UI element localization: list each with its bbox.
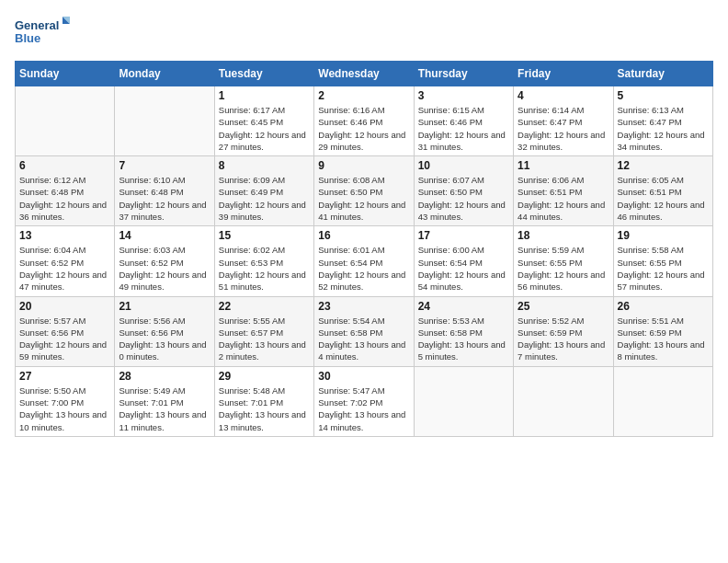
calendar-cell: 29Sunrise: 5:48 AM Sunset: 7:01 PM Dayli… — [214, 366, 313, 436]
calendar-cell: 14Sunrise: 6:03 AM Sunset: 6:52 PM Dayli… — [115, 226, 214, 296]
calendar-cell: 4Sunrise: 6:14 AM Sunset: 6:47 PM Daylig… — [514, 86, 613, 156]
day-info: Sunrise: 6:12 AM Sunset: 6:48 PM Dayligh… — [19, 174, 110, 223]
weekday-header-thursday: Thursday — [414, 62, 513, 86]
calendar-cell: 7Sunrise: 6:10 AM Sunset: 6:48 PM Daylig… — [115, 156, 214, 226]
day-number: 29 — [219, 370, 310, 383]
weekday-header-friday: Friday — [514, 62, 613, 86]
day-number: 3 — [418, 89, 509, 102]
weekday-header-wednesday: Wednesday — [314, 62, 414, 86]
calendar-cell — [115, 86, 214, 156]
day-info: Sunrise: 5:47 AM Sunset: 7:02 PM Dayligh… — [318, 385, 409, 433]
calendar-cell: 24Sunrise: 5:53 AM Sunset: 6:58 PM Dayli… — [414, 296, 513, 366]
day-number: 30 — [318, 370, 409, 383]
day-number: 28 — [119, 370, 210, 383]
day-number: 16 — [318, 229, 409, 242]
svg-text:General: General — [15, 18, 59, 32]
day-info: Sunrise: 5:50 AM Sunset: 7:00 PM Dayligh… — [19, 385, 110, 433]
day-info: Sunrise: 5:49 AM Sunset: 7:01 PM Dayligh… — [119, 385, 210, 433]
svg-text:Blue: Blue — [15, 31, 40, 45]
day-number: 4 — [518, 89, 609, 102]
logo: General Blue — [15, 15, 70, 52]
day-info: Sunrise: 6:07 AM Sunset: 6:50 PM Dayligh… — [418, 174, 509, 223]
calendar-cell: 10Sunrise: 6:07 AM Sunset: 6:50 PM Dayli… — [414, 156, 513, 226]
weekday-header-monday: Monday — [115, 62, 214, 86]
day-number: 12 — [618, 159, 709, 172]
calendar-cell: 17Sunrise: 6:00 AM Sunset: 6:54 PM Dayli… — [414, 226, 513, 296]
calendar-cell: 26Sunrise: 5:51 AM Sunset: 6:59 PM Dayli… — [613, 296, 712, 366]
day-info: Sunrise: 6:05 AM Sunset: 6:51 PM Dayligh… — [618, 174, 709, 223]
day-number: 23 — [318, 300, 409, 313]
day-info: Sunrise: 6:04 AM Sunset: 6:52 PM Dayligh… — [19, 244, 110, 293]
calendar-cell: 3Sunrise: 6:15 AM Sunset: 6:46 PM Daylig… — [414, 86, 513, 156]
weekday-header-saturday: Saturday — [613, 62, 712, 86]
day-info: Sunrise: 6:01 AM Sunset: 6:54 PM Dayligh… — [318, 244, 409, 293]
day-number: 11 — [518, 159, 609, 172]
calendar-cell: 22Sunrise: 5:55 AM Sunset: 6:57 PM Dayli… — [214, 296, 313, 366]
calendar-cell: 19Sunrise: 5:58 AM Sunset: 6:55 PM Dayli… — [613, 226, 712, 296]
day-number: 1 — [219, 89, 310, 102]
day-number: 2 — [318, 89, 409, 102]
day-info: Sunrise: 5:54 AM Sunset: 6:58 PM Dayligh… — [318, 315, 409, 363]
day-info: Sunrise: 6:09 AM Sunset: 6:49 PM Dayligh… — [219, 174, 310, 223]
day-info: Sunrise: 6:17 AM Sunset: 6:45 PM Dayligh… — [219, 104, 310, 153]
day-number: 14 — [119, 229, 210, 242]
calendar-cell: 1Sunrise: 6:17 AM Sunset: 6:45 PM Daylig… — [214, 86, 313, 156]
day-number: 20 — [19, 300, 110, 313]
day-number: 15 — [219, 229, 310, 242]
weekday-header-sunday: Sunday — [16, 62, 115, 86]
calendar-cell: 9Sunrise: 6:08 AM Sunset: 6:50 PM Daylig… — [314, 156, 414, 226]
calendar: SundayMondayTuesdayWednesdayThursdayFrid… — [15, 61, 713, 437]
calendar-cell: 20Sunrise: 5:57 AM Sunset: 6:56 PM Dayli… — [16, 296, 115, 366]
calendar-cell: 11Sunrise: 6:06 AM Sunset: 6:51 PM Dayli… — [514, 156, 613, 226]
day-number: 25 — [518, 300, 609, 313]
calendar-cell: 8Sunrise: 6:09 AM Sunset: 6:49 PM Daylig… — [214, 156, 313, 226]
day-info: Sunrise: 6:13 AM Sunset: 6:47 PM Dayligh… — [618, 104, 709, 153]
day-number: 27 — [19, 370, 110, 383]
day-number: 17 — [418, 229, 509, 242]
day-info: Sunrise: 5:59 AM Sunset: 6:55 PM Dayligh… — [518, 244, 609, 293]
day-number: 6 — [19, 159, 110, 172]
calendar-cell: 28Sunrise: 5:49 AM Sunset: 7:01 PM Dayli… — [115, 366, 214, 436]
day-number: 13 — [19, 229, 110, 242]
day-info: Sunrise: 5:52 AM Sunset: 6:59 PM Dayligh… — [518, 315, 609, 363]
calendar-cell: 30Sunrise: 5:47 AM Sunset: 7:02 PM Dayli… — [314, 366, 414, 436]
day-info: Sunrise: 6:10 AM Sunset: 6:48 PM Dayligh… — [119, 174, 210, 223]
day-info: Sunrise: 5:51 AM Sunset: 6:59 PM Dayligh… — [618, 315, 709, 363]
day-info: Sunrise: 6:00 AM Sunset: 6:54 PM Dayligh… — [418, 244, 509, 293]
day-number: 24 — [418, 300, 509, 313]
day-info: Sunrise: 6:16 AM Sunset: 6:46 PM Dayligh… — [318, 104, 409, 153]
calendar-cell: 25Sunrise: 5:52 AM Sunset: 6:59 PM Dayli… — [514, 296, 613, 366]
calendar-cell — [613, 366, 712, 436]
day-info: Sunrise: 6:15 AM Sunset: 6:46 PM Dayligh… — [418, 104, 509, 153]
day-info: Sunrise: 5:56 AM Sunset: 6:56 PM Dayligh… — [119, 315, 210, 363]
calendar-cell — [514, 366, 613, 436]
day-number: 5 — [618, 89, 709, 102]
calendar-cell: 6Sunrise: 6:12 AM Sunset: 6:48 PM Daylig… — [16, 156, 115, 226]
calendar-cell: 27Sunrise: 5:50 AM Sunset: 7:00 PM Dayli… — [16, 366, 115, 436]
calendar-cell — [16, 86, 115, 156]
day-number: 19 — [618, 229, 709, 242]
calendar-cell: 5Sunrise: 6:13 AM Sunset: 6:47 PM Daylig… — [613, 86, 712, 156]
day-info: Sunrise: 6:14 AM Sunset: 6:47 PM Dayligh… — [518, 104, 609, 153]
day-number: 10 — [418, 159, 509, 172]
day-number: 18 — [518, 229, 609, 242]
day-info: Sunrise: 5:55 AM Sunset: 6:57 PM Dayligh… — [219, 315, 310, 363]
day-number: 9 — [318, 159, 409, 172]
weekday-header-tuesday: Tuesday — [214, 62, 313, 86]
day-number: 21 — [119, 300, 210, 313]
calendar-cell: 15Sunrise: 6:02 AM Sunset: 6:53 PM Dayli… — [214, 226, 313, 296]
day-info: Sunrise: 5:58 AM Sunset: 6:55 PM Dayligh… — [618, 244, 709, 293]
day-info: Sunrise: 5:57 AM Sunset: 6:56 PM Dayligh… — [19, 315, 110, 363]
day-info: Sunrise: 6:02 AM Sunset: 6:53 PM Dayligh… — [219, 244, 310, 293]
day-number: 8 — [219, 159, 310, 172]
day-info: Sunrise: 5:48 AM Sunset: 7:01 PM Dayligh… — [219, 385, 310, 433]
day-info: Sunrise: 6:03 AM Sunset: 6:52 PM Dayligh… — [119, 244, 210, 293]
calendar-cell: 16Sunrise: 6:01 AM Sunset: 6:54 PM Dayli… — [314, 226, 414, 296]
calendar-cell: 18Sunrise: 5:59 AM Sunset: 6:55 PM Dayli… — [514, 226, 613, 296]
calendar-cell: 12Sunrise: 6:05 AM Sunset: 6:51 PM Dayli… — [613, 156, 712, 226]
calendar-cell: 23Sunrise: 5:54 AM Sunset: 6:58 PM Dayli… — [314, 296, 414, 366]
day-info: Sunrise: 6:06 AM Sunset: 6:51 PM Dayligh… — [518, 174, 609, 223]
calendar-cell: 21Sunrise: 5:56 AM Sunset: 6:56 PM Dayli… — [115, 296, 214, 366]
day-info: Sunrise: 6:08 AM Sunset: 6:50 PM Dayligh… — [318, 174, 409, 223]
day-info: Sunrise: 5:53 AM Sunset: 6:58 PM Dayligh… — [418, 315, 509, 363]
